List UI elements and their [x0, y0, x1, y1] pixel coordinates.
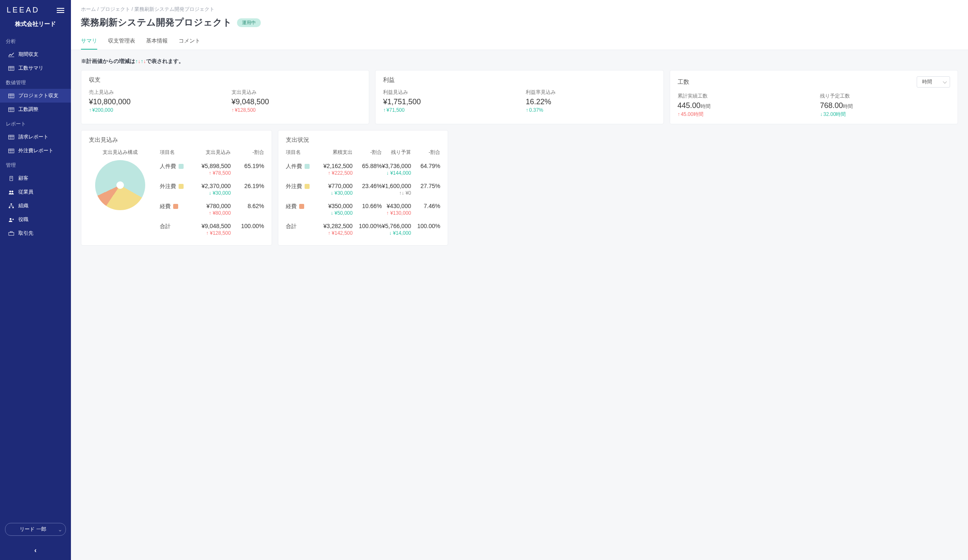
cell-pct: 26.19%: [231, 183, 264, 189]
sidebar-item-請求レポート[interactable]: 請求レポート: [0, 130, 71, 144]
svg-rect-25: [11, 178, 12, 178]
svg-rect-23: [11, 177, 12, 177]
metric-delta: ↓32.00時間: [820, 111, 950, 118]
cell-value: ¥9,048,500↑ ¥128,500: [202, 223, 231, 236]
cell-name: 経費: [286, 203, 323, 210]
card-shuushi: 収支 売上見込み¥10,800,000↑¥200,000支出見込み¥9,048,…: [81, 70, 369, 124]
user-select[interactable]: リード 一郎 ⌵: [5, 523, 66, 536]
tab-コメント[interactable]: コメント: [179, 33, 200, 50]
cell-pct: 8.62%: [231, 203, 264, 209]
metric-利益率見込み: 利益率見込み16.22%↑0.37%: [526, 89, 656, 113]
sidebar-item-プロジェクト収支[interactable]: プロジェクト収支: [0, 89, 71, 103]
sidebar-item-label: 顧客: [18, 175, 28, 182]
sidebar-collapse-button[interactable]: ‹: [0, 541, 71, 560]
metric-売上見込み: 売上見込み¥10,800,000↑¥200,000: [89, 89, 219, 113]
sidebar-item-label: 請求レポート: [18, 133, 48, 141]
sidebar-item-label: 従業員: [18, 188, 33, 196]
table-icon: [8, 107, 14, 112]
svg-rect-1: [8, 66, 14, 70]
cell-rem: ¥5,766,000↓ ¥14,000: [382, 223, 411, 236]
swatch-icon: [179, 164, 184, 169]
svg-rect-28: [10, 203, 12, 205]
table-row: 人件費¥5,898,500↑ ¥78,50065.19%: [160, 159, 264, 179]
table-row: 外注費¥770,000↓ ¥30,00023.46%¥1,600,000↑↓ ¥…: [286, 179, 440, 199]
page-header: ホーム / プロジェクト / 業務刷新システム開発プロジェクト 業務刷新システム…: [71, 0, 968, 50]
table-icon: [8, 93, 14, 98]
swatch-icon: [173, 204, 178, 209]
metric-delta: ↑¥128,500: [232, 107, 362, 113]
cell-name: 合計: [160, 223, 202, 230]
cell-name: 経費: [160, 203, 202, 210]
sidebar-item-取引先[interactable]: 取引先: [0, 226, 71, 240]
svg-point-35: [10, 218, 11, 220]
pie-title: 支出見込み構成: [89, 149, 151, 156]
metric-delta: ↑45.00時間: [678, 111, 808, 118]
svg-rect-24: [10, 178, 11, 178]
cell-value: ¥780,000↑ ¥80,000: [202, 203, 231, 216]
metric-delta: ↑¥200,000: [89, 107, 219, 113]
metric-label: 残り予定工数: [820, 93, 950, 100]
card-title: 支出見込み: [89, 136, 118, 144]
metric-利益見込み: 利益見込み¥1,751,500↑¥71,500: [383, 89, 513, 113]
cell-cpct: 65.88%: [353, 163, 382, 169]
metric-label: 利益見込み: [383, 89, 513, 96]
sidebar-item-外注費レポート[interactable]: 外注費レポート: [0, 144, 71, 158]
table-row: 合計¥3,282,500↑ ¥142,500100.00%¥5,766,000↓…: [286, 219, 440, 239]
sidebar-item-役職[interactable]: 役職: [0, 213, 71, 226]
forecast-table: 項目名 支出見込み -割合 人件費¥5,898,500↑ ¥78,50065.1…: [160, 149, 264, 239]
svg-rect-39: [10, 231, 12, 232]
svg-point-27: [11, 191, 13, 192]
card-spending-status: 支出状況 項目名 累積支出 -割合 残り予算 -割合 人件費¥2,162,500…: [278, 130, 448, 246]
cell-rem: ¥1,600,000↑↓ ¥0: [382, 183, 411, 196]
table-row: 外注費¥2,370,000↓ ¥30,00026.19%: [160, 179, 264, 199]
sidebar: LEEAD 株式会社リード 分析期間収支工数サマリ数値管理プロジェクト収支工数調…: [0, 0, 71, 560]
content: ※計画値からの増減は↑↓↑↓で表されます。 収支 売上見込み¥10,800,00…: [71, 50, 968, 259]
sidebar-item-label: 役職: [18, 216, 28, 223]
cell-name: 外注費: [286, 183, 323, 190]
users-icon: [8, 190, 14, 195]
page-title: 業務刷新システム開発プロジェクト: [81, 16, 232, 29]
metric-delta: ↑¥71,500: [383, 107, 513, 113]
tab-サマリ[interactable]: サマリ: [81, 33, 97, 50]
breadcrumb: ホーム / プロジェクト / 業務刷新システム開発プロジェクト: [81, 6, 958, 13]
th-cum: 累積支出: [323, 149, 353, 156]
metric-value: ¥10,800,000: [89, 98, 219, 106]
th-pct: -割合: [231, 149, 264, 156]
sidebar-item-従業員[interactable]: 従業員: [0, 185, 71, 199]
table-icon: [8, 148, 14, 153]
swatch-icon: [299, 204, 304, 209]
hamburger-icon[interactable]: [57, 8, 64, 13]
user-plus-icon: [8, 217, 14, 222]
metric-value: ¥1,751,500: [383, 98, 513, 106]
swatch-icon: [179, 184, 184, 189]
tab-基本情報[interactable]: 基本情報: [146, 33, 168, 50]
spending-card-row: 支出見込み 支出見込み構成 項目名 支出見込み -割合 人: [81, 130, 958, 246]
svg-rect-9: [8, 108, 14, 112]
th-value: 支出見込み: [202, 149, 231, 156]
tab-収支管理表[interactable]: 収支管理表: [108, 33, 135, 50]
metric-value: 768.00時間: [820, 101, 950, 110]
card-title: 収支: [89, 76, 101, 84]
sidebar-item-label: 工数サマリ: [18, 65, 43, 72]
sidebar-item-工数サマリ[interactable]: 工数サマリ: [0, 61, 71, 75]
nav-section-title: 数値管理: [0, 75, 71, 89]
cell-cum: ¥2,162,500↑ ¥222,500: [323, 163, 353, 176]
sidebar-item-組織[interactable]: 組織: [0, 199, 71, 213]
svg-rect-21: [10, 176, 13, 180]
sidebar-item-工数調整[interactable]: 工数調整: [0, 103, 71, 116]
pie-column: 支出見込み構成: [89, 149, 151, 239]
table-icon: [8, 135, 14, 140]
cell-cum: ¥350,000↓ ¥50,000: [323, 203, 353, 216]
cell-value: ¥5,898,500↑ ¥78,500: [202, 163, 231, 176]
table-row: 人件費¥2,162,500↑ ¥222,50065.88%¥3,736,000↓…: [286, 159, 440, 179]
cell-cpct: 23.46%: [353, 183, 382, 189]
kousuu-unit-select[interactable]: 時間: [917, 76, 950, 88]
brand-logo: LEEAD: [7, 6, 40, 15]
sidebar-item-期間収支[interactable]: 期間収支: [0, 48, 71, 61]
metric-支出見込み: 支出見込み¥9,048,500↑¥128,500: [232, 89, 362, 113]
sidebar-item-label: 外注費レポート: [18, 147, 53, 154]
sidebar-item-顧客[interactable]: 顧客: [0, 171, 71, 185]
table-icon: [8, 66, 14, 71]
metric-value: 16.22%: [526, 98, 656, 106]
svg-rect-17: [8, 149, 14, 153]
